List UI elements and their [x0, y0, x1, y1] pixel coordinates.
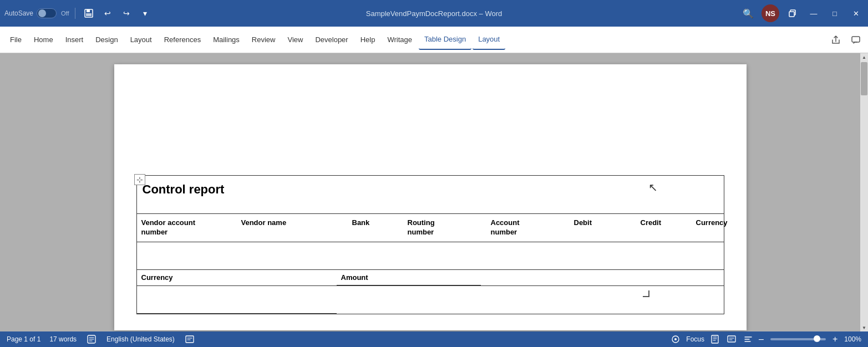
zoom-level[interactable]: 100% — [844, 335, 861, 343]
title-bar-left: AutoSave Off ↩ ↪ ▾ — [4, 6, 217, 21]
close-button[interactable]: ✕ — [848, 6, 864, 21]
share-button[interactable] — [828, 32, 844, 48]
document-table: Control report Vendor accountnumber Vend… — [136, 175, 724, 314]
page-info: Page 1 of 1 — [7, 335, 40, 343]
ribbon-right-icons — [828, 32, 864, 48]
document-page: ⊹ Control report Vendor accountnumber Ve… — [114, 64, 747, 330]
save-button[interactable] — [81, 6, 97, 21]
data-cell — [570, 242, 636, 269]
track-changes-icon[interactable] — [184, 333, 196, 345]
undo-button[interactable]: ↩ — [100, 6, 115, 21]
zoom-slider[interactable] — [770, 338, 826, 340]
web-layout-icon[interactable] — [725, 333, 738, 345]
document-scroll[interactable]: ⊹ Control report Vendor accountnumber Ve… — [0, 53, 860, 331]
scrollbar-track[interactable] — [860, 61, 868, 324]
tab-layout[interactable]: Layout — [125, 30, 158, 50]
svg-rect-7 — [186, 336, 194, 343]
tab-view[interactable]: View — [282, 30, 308, 50]
scroll-up-button[interactable]: ▲ — [860, 53, 868, 61]
title-bar: AutoSave Off ↩ ↪ ▾ SampleVendPaymDocRepo… — [0, 0, 868, 27]
zoom-thumb[interactable] — [814, 335, 820, 342]
ribbon: File Home Insert Design Layout Reference… — [0, 27, 868, 53]
focus-label[interactable]: Focus — [686, 335, 704, 343]
document-title-display: SampleVendPaymDocReport.docx – Word — [221, 9, 647, 18]
svg-rect-5 — [852, 37, 860, 42]
restore-down-button[interactable] — [785, 6, 800, 21]
tab-design[interactable]: Design — [90, 30, 123, 50]
tab-home[interactable]: Home — [28, 30, 59, 50]
table-move-handle[interactable]: ⊹ — [134, 174, 145, 185]
data-cell — [692, 242, 747, 269]
header-vendor-account: Vendor accountnumber — [137, 216, 237, 239]
tab-developer[interactable]: Developer — [309, 30, 353, 50]
tab-insert[interactable]: Insert — [60, 30, 89, 50]
summary-spacer — [481, 270, 724, 285]
proofing-icon[interactable] — [85, 333, 98, 345]
tab-mailings[interactable]: Mailings — [207, 30, 245, 50]
header-credit: Credit — [636, 216, 692, 239]
app-name: Word — [485, 9, 502, 18]
zoom-minus-button[interactable]: – — [759, 334, 764, 344]
svg-rect-1 — [87, 9, 90, 12]
header-debit: Debit — [570, 216, 636, 239]
maximize-button[interactable]: □ — [827, 6, 842, 21]
summary-section: Currency Amount — [137, 270, 724, 314]
status-bar-left: Page 1 of 1 17 words English (United Sta… — [7, 333, 661, 345]
scroll-down-button[interactable]: ▼ — [860, 324, 868, 331]
toggle-knob — [38, 9, 46, 17]
tab-writage[interactable]: Writage — [382, 30, 418, 50]
resize-handle[interactable] — [643, 290, 649, 297]
customize-quick-access-button[interactable]: ▾ — [138, 6, 153, 21]
print-layout-icon[interactable] — [709, 333, 721, 345]
summary-currency-label: Currency — [137, 270, 337, 285]
toolbar-divider — [75, 8, 75, 19]
toggle-off-label: Off — [61, 10, 69, 17]
header-account-number: Accountnumber — [486, 216, 570, 239]
data-cell — [403, 242, 486, 269]
summary-amount-label: Amount — [337, 270, 481, 285]
svg-rect-4 — [789, 12, 794, 17]
word-count: 17 words — [49, 335, 77, 343]
tab-file[interactable]: File — [4, 30, 27, 50]
svg-rect-2 — [86, 13, 92, 16]
minimize-button[interactable]: — — [806, 6, 821, 21]
focus-icon[interactable] — [669, 333, 682, 345]
summary-data-spacer — [481, 286, 724, 314]
data-cell — [348, 242, 403, 269]
summary-data-row — [137, 286, 724, 314]
table-header-row: Vendor accountnumber Vendor name Bank Ro… — [137, 214, 724, 242]
data-cell — [237, 242, 348, 269]
autosave-label: AutoSave — [4, 9, 33, 17]
tab-review[interactable]: Review — [246, 30, 281, 50]
outline-view-icon[interactable] — [742, 333, 754, 345]
tab-references[interactable]: References — [159, 30, 206, 50]
document-area: ⊹ Control report Vendor accountnumber Ve… — [0, 53, 868, 331]
summary-currency-value — [137, 286, 337, 314]
scrollbar-thumb[interactable] — [861, 62, 867, 95]
table-data-row-1 — [137, 242, 724, 270]
tab-layout-active[interactable]: Layout — [473, 30, 505, 50]
header-vendor-name: Vendor name — [237, 216, 348, 239]
status-bar-right: Focus – + 100% — [669, 333, 861, 345]
user-avatar[interactable]: NS — [762, 4, 779, 22]
search-button[interactable]: 🔍 — [740, 6, 756, 21]
zoom-plus-button[interactable]: + — [833, 334, 837, 344]
report-title: Control report — [137, 176, 724, 214]
svg-point-9 — [674, 338, 677, 340]
autosave-toggle[interactable] — [37, 8, 57, 18]
title-bar-right: 🔍 NS — □ ✕ — [651, 4, 864, 22]
summary-header-row: Currency Amount — [137, 270, 724, 286]
data-cell — [137, 242, 237, 269]
tab-table-design[interactable]: Table Design — [419, 30, 471, 50]
summary-amount-value — [337, 286, 481, 314]
header-bank: Bank — [348, 216, 403, 239]
language[interactable]: English (United States) — [106, 335, 175, 343]
vertical-scrollbar[interactable]: ▲ ▼ — [860, 53, 868, 331]
redo-button[interactable]: ↪ — [119, 6, 134, 21]
tab-help[interactable]: Help — [355, 30, 381, 50]
svg-rect-10 — [712, 335, 718, 343]
comment-button[interactable] — [848, 32, 864, 48]
data-cell — [636, 242, 692, 269]
svg-rect-11 — [728, 336, 735, 342]
filename: SampleVendPaymDocReport.docx — [366, 9, 477, 18]
